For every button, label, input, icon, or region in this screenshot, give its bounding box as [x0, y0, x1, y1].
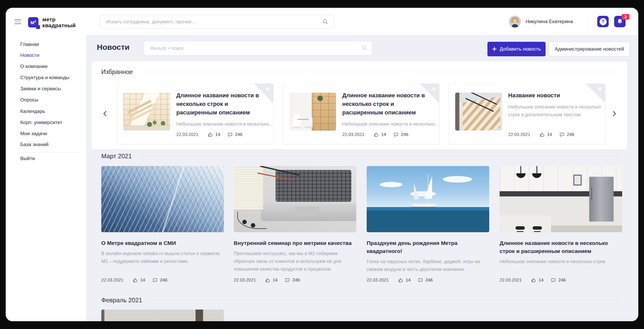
featured-heading: Избранное: [101, 68, 133, 76]
filter-search: [144, 42, 372, 55]
news-card[interactable]: О Метре квадратном в СМИ В онлайн-журнал…: [101, 166, 224, 310]
sidebar-item-knowledge[interactable]: База знаний: [20, 141, 49, 148]
user-menu[interactable]: Никулина Екатерина: [509, 16, 573, 28]
news-meta: 22.03.2021 14 246: [367, 278, 440, 283]
news-title: Празднуем день рождения Метра квадратног…: [367, 239, 489, 255]
news-image: [101, 166, 224, 232]
comments-button[interactable]: 246: [393, 132, 408, 137]
add-news-button[interactable]: Добавить новость: [487, 42, 546, 56]
like-button[interactable]: 14: [133, 278, 145, 283]
sidebar-logout[interactable]: Выйти: [20, 155, 35, 162]
news-card[interactable]: Длинное название новости в несколько стр…: [500, 166, 622, 310]
like-count: 14: [273, 278, 278, 283]
thumbs-up-icon: [531, 278, 536, 283]
like-button[interactable]: 14: [265, 278, 278, 283]
comments-button[interactable]: 246: [551, 278, 566, 283]
comment-icon: [285, 278, 290, 283]
comments-button[interactable]: 246: [559, 132, 574, 137]
comments-button[interactable]: 246: [152, 278, 167, 283]
news-title: Внутренний семинар про метрики качества: [234, 239, 356, 247]
comment-icon: [227, 132, 233, 137]
sidebar-divider: [15, 152, 79, 153]
comments-button[interactable]: 246: [418, 278, 433, 283]
news-meta: 22.03.2021 14 246: [342, 132, 415, 137]
news-date: 22.03.2021: [367, 278, 389, 283]
chevron-right-icon: [610, 110, 618, 118]
filter-input[interactable]: [144, 42, 372, 55]
notifications-button[interactable]: 2: [614, 16, 626, 27]
comment-count: 246: [558, 278, 566, 283]
like-count: 14: [406, 278, 411, 283]
like-button[interactable]: 14: [374, 132, 386, 137]
like-button[interactable]: 14: [208, 132, 220, 137]
admin-news-button[interactable]: Администрирование новостей: [549, 42, 630, 56]
user-name: Никулина Екатерина: [526, 19, 573, 24]
news-description: Небольшое описание новости в несколько..…: [176, 120, 273, 128]
like-button[interactable]: 14: [531, 278, 544, 283]
news-image: [455, 93, 502, 131]
like-count: 14: [547, 132, 552, 137]
news-date: 22.03.2021: [500, 278, 522, 283]
chevron-left-icon: [101, 110, 109, 118]
sidebar-item-news[interactable]: Новости: [20, 52, 39, 58]
news-meta: 22.03.2021 14 246: [234, 278, 307, 283]
star-icon: [431, 86, 437, 91]
news-description: Небольшое описание новости в несколько..…: [342, 120, 439, 128]
featured-card[interactable]: Длинное название новости в несколько стр…: [117, 84, 273, 144]
sidebar-item-surveys[interactable]: Опросы: [20, 97, 38, 103]
logo-mark-icon: м²: [28, 17, 38, 28]
news-title: Длинное название новости в несколько стр…: [176, 91, 262, 117]
sidebar: Главная Новости О компании Структура и к…: [6, 35, 86, 321]
news-image: [123, 93, 170, 131]
news-card[interactable]: Празднуем день рождения Метра квадратног…: [367, 166, 489, 310]
carousel-prev-button[interactable]: [101, 110, 109, 118]
sidebar-item-structure[interactable]: Структура и команды: [20, 74, 69, 81]
like-button[interactable]: 14: [540, 132, 552, 137]
m2-logo[interactable]: м² метрквадратный: [28, 16, 76, 28]
global-search-input[interactable]: [100, 15, 334, 28]
comment-count: 246: [292, 278, 300, 283]
like-button[interactable]: 14: [398, 278, 411, 283]
featured-card[interactable]: Название новости Небольшое описание ново…: [449, 84, 605, 144]
featured-section: Избранное Длинное название новости в нес…: [92, 61, 627, 149]
news-image: [289, 93, 336, 131]
comments-button[interactable]: 246: [285, 278, 300, 283]
sidebar-item-calendar[interactable]: Календарь: [20, 108, 45, 114]
comment-count: 246: [567, 132, 574, 137]
news-image[interactable]: [101, 310, 224, 321]
news-description: Гонка на парусных яхтах, барбекю, диджей…: [367, 258, 489, 273]
heading-rule: [139, 156, 621, 156]
thumbs-up-icon: [208, 132, 213, 137]
news-title: Название новости: [508, 91, 594, 100]
comment-icon: [152, 278, 158, 283]
news-description: Небольшое описание новости в несколько с…: [500, 258, 622, 265]
section-heading-march: Март 2021: [101, 153, 621, 160]
sidebar-item-tasks[interactable]: Мои задачи: [20, 131, 47, 137]
news-date: 22.03.2021: [101, 278, 123, 283]
question-icon: ?: [600, 18, 607, 25]
news-description: Небольшое описание новости в несколько с…: [508, 103, 605, 119]
sidebar-item-requests[interactable]: Заявки и сервисы: [20, 86, 61, 92]
comment-count: 246: [160, 278, 167, 283]
news-card[interactable]: Внутренний семинар про метрики качества …: [234, 166, 356, 310]
help-button[interactable]: ?: [597, 16, 609, 27]
carousel-next-button[interactable]: [610, 110, 618, 118]
like-count: 14: [215, 132, 220, 137]
featured-card[interactable]: Длинное название новости в несколько стр…: [283, 84, 439, 144]
like-count: 14: [539, 278, 544, 283]
sidebar-item-about[interactable]: О компании: [20, 63, 48, 70]
sidebar-item-home[interactable]: Главная: [20, 41, 39, 47]
comments-button[interactable]: 246: [227, 132, 242, 137]
news-date: 22.03.2021: [342, 132, 364, 137]
search-icon: [322, 19, 328, 25]
star-icon: [597, 86, 602, 91]
news-date: 22.03.2021: [234, 278, 256, 283]
comment-count: 246: [401, 132, 408, 137]
sidebar-item-university[interactable]: Корп. университет: [20, 119, 62, 126]
thumbs-up-icon: [133, 278, 138, 283]
like-count: 14: [140, 278, 145, 283]
menu-button[interactable]: [15, 19, 21, 25]
thumbs-up-icon: [265, 278, 270, 283]
header-divider: [589, 11, 589, 32]
news-image: [367, 166, 489, 232]
